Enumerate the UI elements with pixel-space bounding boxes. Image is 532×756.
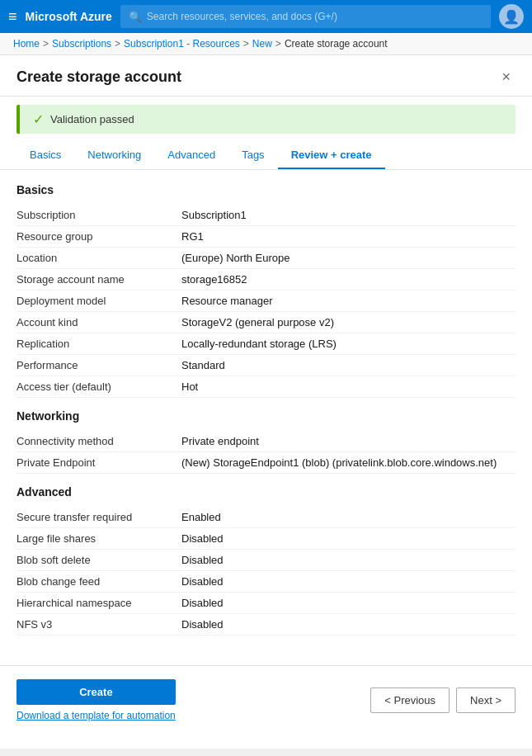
value-replication: Locally-redundant storage (LRS) — [181, 338, 516, 350]
label-blob-soft-delete: Blob soft delete — [16, 554, 181, 566]
breadcrumb-home[interactable]: Home — [13, 38, 40, 50]
value-large-file-shares: Disabled — [181, 532, 516, 545]
value-performance: Standard — [181, 359, 516, 371]
label-secure-transfer: Secure transfer required — [16, 511, 181, 523]
breadcrumb: Home > Subscriptions > Subscription1 - R… — [0, 33, 532, 55]
value-deployment-model: Resource manager — [181, 295, 516, 307]
value-account-kind: StorageV2 (general purpose v2) — [181, 316, 516, 328]
section-advanced-title: Advanced — [16, 485, 516, 498]
row-access-tier: Access tier (default) Hot — [16, 376, 516, 398]
download-template-link[interactable]: Download a template for automation — [16, 710, 176, 721]
search-input[interactable] — [147, 11, 483, 22]
previous-button[interactable]: < Previous — [370, 687, 450, 713]
value-private-endpoint: (New) StorageEndpoint1 (blob) (privateli… — [181, 456, 516, 469]
tab-basics[interactable]: Basics — [16, 142, 74, 169]
label-private-endpoint: Private Endpoint — [16, 456, 181, 469]
row-blob-soft-delete: Blob soft delete Disabled — [16, 550, 516, 571]
row-secure-transfer: Secure transfer required Enabled — [16, 507, 516, 528]
row-storage-account-name: Storage account name storage16852 — [16, 269, 516, 291]
close-button[interactable]: × — [497, 67, 516, 87]
search-icon: 🔍 — [129, 11, 142, 23]
main-panel: Create storage account × ✓ Validation pa… — [0, 55, 532, 749]
label-resource-group: Resource group — [16, 230, 181, 243]
row-private-endpoint: Private Endpoint (New) StorageEndpoint1 … — [16, 452, 516, 474]
validation-banner: ✓ Validation passed — [16, 105, 516, 134]
value-hierarchical-namespace: Disabled — [181, 597, 516, 609]
breadcrumb-new[interactable]: New — [252, 38, 272, 50]
tab-bar: Basics Networking Advanced Tags Review +… — [0, 142, 532, 170]
label-location: Location — [16, 252, 181, 264]
footer-nav-buttons: < Previous Next > — [370, 687, 516, 713]
label-large-file-shares: Large file shares — [16, 532, 181, 545]
value-resource-group: RG1 — [181, 230, 516, 243]
breadcrumb-current: Create storage account — [285, 38, 388, 50]
azure-logo: Microsoft Azure — [26, 10, 112, 23]
value-connectivity-method: Private endpoint — [181, 435, 516, 447]
row-subscription: Subscription Subscription1 — [16, 205, 516, 226]
label-performance: Performance — [16, 359, 181, 371]
row-large-file-shares: Large file shares Disabled — [16, 528, 516, 550]
label-access-tier: Access tier (default) — [16, 380, 181, 393]
value-access-tier: Hot — [181, 380, 516, 393]
check-icon: ✓ — [33, 111, 44, 127]
row-performance: Performance Standard — [16, 355, 516, 376]
breadcrumb-subscription1[interactable]: Subscription1 - Resources — [124, 38, 240, 50]
breadcrumb-subscriptions[interactable]: Subscriptions — [52, 38, 111, 50]
hamburger-icon[interactable]: ≡ — [8, 8, 17, 26]
row-account-kind: Account kind StorageV2 (general purpose … — [16, 312, 516, 333]
row-connectivity-method: Connectivity method Private endpoint — [16, 431, 516, 452]
section-networking-title: Networking — [16, 409, 516, 423]
label-account-kind: Account kind — [16, 316, 181, 328]
label-blob-change-feed: Blob change feed — [16, 575, 181, 588]
tab-tags[interactable]: Tags — [228, 142, 277, 169]
tab-review-create[interactable]: Review + create — [278, 142, 385, 169]
tab-networking[interactable]: Networking — [74, 142, 154, 169]
row-replication: Replication Locally-redundant storage (L… — [16, 333, 516, 355]
label-connectivity-method: Connectivity method — [16, 435, 181, 447]
user-avatar[interactable]: 👤 — [499, 4, 524, 29]
value-blob-soft-delete: Disabled — [181, 554, 516, 566]
next-button[interactable]: Next > — [456, 687, 516, 713]
create-button[interactable]: Create — [16, 679, 176, 705]
label-hierarchical-namespace: Hierarchical namespace — [16, 597, 181, 609]
footer-left: Create Download a template for automatio… — [16, 679, 176, 721]
value-nfs-v3: Disabled — [181, 618, 516, 631]
value-storage-account-name: storage16852 — [181, 273, 516, 286]
label-nfs-v3: NFS v3 — [16, 618, 181, 631]
panel-title: Create storage account — [16, 69, 181, 86]
top-navbar: ≡ Microsoft Azure 🔍 👤 — [0, 0, 532, 33]
tab-advanced[interactable]: Advanced — [154, 142, 228, 169]
row-resource-group: Resource group RG1 — [16, 226, 516, 248]
value-location: (Europe) North Europe — [181, 252, 516, 264]
panel-footer: Create Download a template for automatio… — [0, 665, 532, 735]
search-bar[interactable]: 🔍 — [120, 5, 491, 28]
row-deployment-model: Deployment model Resource manager — [16, 291, 516, 312]
value-blob-change-feed: Disabled — [181, 575, 516, 588]
label-deployment-model: Deployment model — [16, 295, 181, 307]
value-secure-transfer: Enabled — [181, 511, 516, 523]
panel-header: Create storage account × — [0, 55, 532, 97]
review-content: Basics Subscription Subscription1 Resour… — [0, 170, 532, 649]
validation-message: Validation passed — [50, 113, 134, 125]
row-blob-change-feed: Blob change feed Disabled — [16, 571, 516, 593]
row-location: Location (Europe) North Europe — [16, 248, 516, 269]
section-basics-title: Basics — [16, 183, 516, 196]
row-hierarchical-namespace: Hierarchical namespace Disabled — [16, 593, 516, 614]
label-storage-account-name: Storage account name — [16, 273, 181, 286]
row-nfs-v3: NFS v3 Disabled — [16, 614, 516, 636]
label-subscription: Subscription — [16, 209, 181, 221]
value-subscription: Subscription1 — [181, 209, 516, 221]
label-replication: Replication — [16, 338, 181, 350]
